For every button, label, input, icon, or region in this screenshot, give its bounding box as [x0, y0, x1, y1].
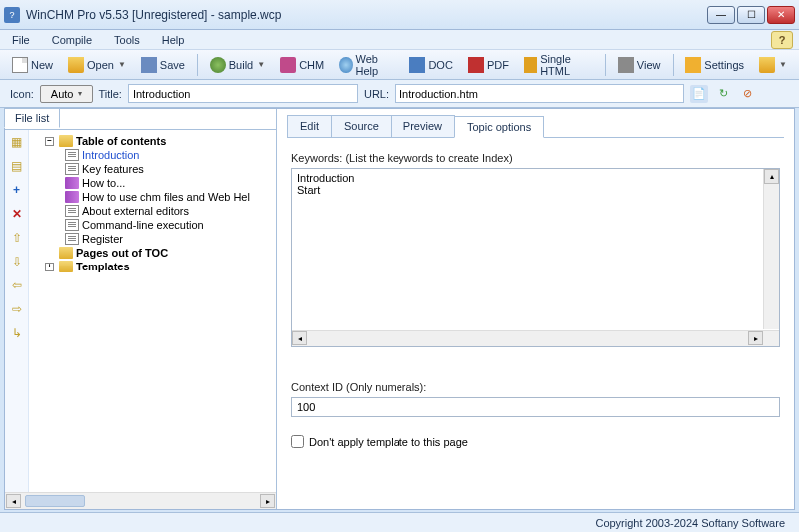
title-input[interactable]	[128, 84, 358, 103]
book-icon	[65, 191, 79, 203]
tab-topic-options[interactable]: Topic options	[454, 116, 544, 138]
keywords-input[interactable]: Introduction Start	[292, 169, 762, 329]
tab-source[interactable]: Source	[331, 115, 392, 137]
icon-auto-button[interactable]: Auto▾	[40, 85, 93, 103]
topic-options-pane: Keywords: (List the keywords to create I…	[287, 138, 784, 505]
close-button[interactable]: ✕	[767, 6, 795, 24]
refresh-url-button[interactable]: ↻	[714, 85, 732, 103]
doc-icon	[409, 57, 425, 73]
html-icon	[524, 57, 537, 73]
singlehtml-button[interactable]: Single HTML	[518, 50, 599, 80]
copy-url-button[interactable]: 📄	[690, 85, 708, 103]
tree-tool-2[interactable]: ▤	[9, 158, 25, 174]
save-icon	[141, 57, 157, 73]
main-area: File list ▦ ▤ + ✕ ⇧ ⇩ ⇦ ⇨ ↳ −Table of co…	[4, 108, 795, 510]
save-button[interactable]: Save	[135, 54, 191, 76]
menu-file[interactable]: File	[6, 32, 36, 48]
tree-down-button[interactable]: ⇩	[9, 254, 25, 269]
tree-node-templates[interactable]: +Templates	[31, 260, 274, 273]
tree-node-introduction[interactable]: Introduction	[31, 148, 274, 162]
tree-add-button[interactable]: +	[9, 182, 25, 198]
tree-addchild-button[interactable]: ↳	[9, 325, 25, 341]
view-icon	[618, 57, 634, 73]
tree-right-button[interactable]: ⇨	[9, 301, 25, 317]
tree-node-howtochm[interactable]: How to use chm files and Web Hel	[31, 190, 274, 204]
expand-icon[interactable]: +	[45, 263, 54, 271]
more-button[interactable]: ▼	[753, 54, 793, 76]
dont-apply-checkbox[interactable]	[291, 435, 304, 448]
tree-node-keyfeatures[interactable]: Key features	[31, 162, 274, 176]
collapse-icon[interactable]: −	[45, 137, 54, 146]
tree-node-pagesout[interactable]: Pages out of TOC	[31, 246, 274, 260]
contextid-label: Context ID (Only numerals):	[291, 381, 780, 393]
cancel-url-button[interactable]: ⊘	[738, 85, 756, 103]
settings-icon	[685, 57, 701, 73]
new-button[interactable]: New	[6, 54, 59, 76]
build-icon	[210, 57, 226, 73]
webhelp-button[interactable]: Web Help	[333, 50, 400, 80]
folder-open-icon	[59, 135, 73, 147]
tree-up-button[interactable]: ⇧	[9, 230, 25, 246]
folder-icon	[759, 57, 775, 73]
folder-icon	[59, 261, 73, 272]
chevron-down-icon: ▾	[78, 89, 82, 98]
tree-node-abouteditors[interactable]: About external editors	[31, 204, 274, 218]
pdf-icon	[468, 57, 484, 73]
new-icon	[12, 57, 28, 73]
file-list-panel: File list ▦ ▤ + ✕ ⇧ ⇩ ⇦ ⇨ ↳ −Table of co…	[5, 109, 277, 509]
menu-compile[interactable]: Compile	[46, 32, 98, 48]
doc-button[interactable]: DOC	[403, 54, 458, 76]
dont-apply-checkbox-row: Don't apply template to this page	[291, 435, 780, 448]
scroll-thumb[interactable]	[25, 495, 85, 507]
page-icon	[65, 163, 79, 175]
keywords-vscrollbar[interactable]: ▴	[763, 169, 779, 329]
open-button[interactable]: Open▼	[62, 54, 132, 76]
window-title: WinCHM Pro v5.53 [Unregistered] - sample…	[26, 8, 707, 22]
open-icon	[68, 57, 84, 73]
tree-left-button[interactable]: ⇦	[9, 277, 25, 293]
file-list-tab[interactable]: File list	[4, 108, 60, 128]
menu-help[interactable]: Help	[156, 32, 191, 48]
chm-button[interactable]: CHM	[274, 54, 330, 76]
tree-hscrollbar[interactable]: ◂ ▸	[5, 492, 276, 509]
build-button[interactable]: Build▼	[204, 54, 271, 76]
globe-icon	[339, 57, 352, 73]
main-toolbar: New Open▼ Save Build▼ CHM Web Help DOC P…	[0, 50, 799, 80]
pdf-button[interactable]: PDF	[462, 54, 515, 76]
property-bar: Icon: Auto▾ Title: URL: 📄 ↻ ⊘	[0, 80, 799, 108]
page-icon	[65, 205, 79, 217]
content-tabs: Edit Source Preview Topic options	[287, 115, 784, 138]
icon-label: Icon:	[10, 88, 34, 100]
title-label: Title:	[99, 88, 122, 100]
tab-edit[interactable]: Edit	[287, 115, 332, 137]
tree-delete-button[interactable]: ✕	[9, 206, 25, 222]
minimize-button[interactable]: —	[707, 6, 735, 24]
scroll-right-icon[interactable]: ▸	[260, 494, 275, 508]
tree-tool-1[interactable]: ▦	[9, 134, 25, 150]
page-icon	[65, 233, 79, 245]
scroll-up-icon[interactable]: ▴	[764, 169, 779, 184]
view-button[interactable]: View	[612, 54, 667, 76]
url-input[interactable]	[395, 84, 684, 103]
url-label: URL:	[364, 88, 389, 100]
page-icon	[65, 219, 79, 231]
toc-tree[interactable]: −Table of contents Introduction Key feat…	[29, 130, 276, 492]
contextid-input[interactable]	[291, 397, 780, 417]
help-icon[interactable]: ?	[771, 31, 793, 49]
tree-node-howto[interactable]: How to...	[31, 176, 274, 190]
keywords-hscrollbar[interactable]: ◂▸	[292, 330, 779, 346]
scroll-left-icon[interactable]: ◂	[292, 331, 307, 345]
tree-node-toc[interactable]: −Table of contents	[31, 134, 274, 148]
settings-button[interactable]: Settings	[679, 54, 750, 76]
tree-node-cmdline[interactable]: Command-line execution	[31, 218, 274, 232]
tree-node-register[interactable]: Register	[31, 232, 274, 246]
maximize-button[interactable]: ☐	[737, 6, 765, 24]
tree-toolbar: ▦ ▤ + ✕ ⇧ ⇩ ⇦ ⇨ ↳	[5, 130, 29, 492]
menubar: File Compile Tools Help ?	[0, 30, 799, 50]
menu-tools[interactable]: Tools	[108, 32, 146, 48]
chevron-down-icon: ▼	[779, 60, 787, 69]
scroll-left-icon[interactable]: ◂	[6, 494, 21, 508]
tab-preview[interactable]: Preview	[391, 115, 455, 137]
scroll-right-icon[interactable]: ▸	[748, 331, 763, 345]
dont-apply-label: Don't apply template to this page	[309, 436, 468, 448]
